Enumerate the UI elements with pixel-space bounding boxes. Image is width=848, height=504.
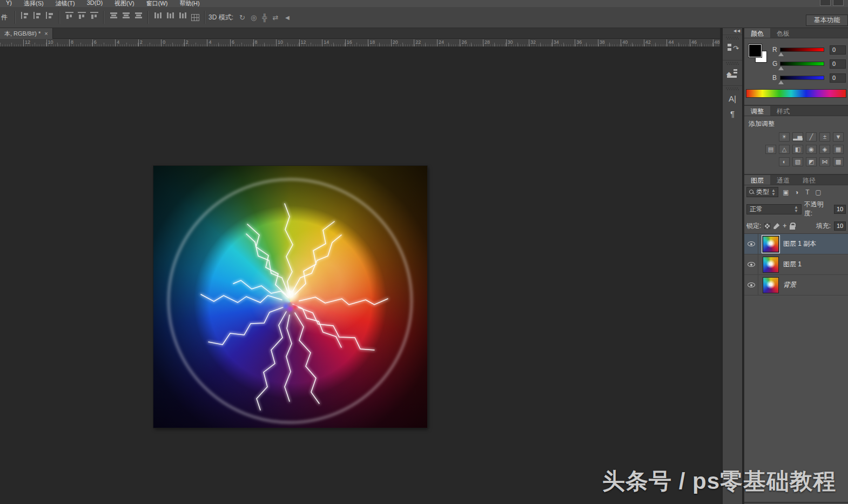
channel-slider-r[interactable] [780, 48, 824, 52]
filter-type-layers-icon[interactable]: T [803, 189, 812, 196]
3d-slide-icon[interactable]: ⇄ [272, 14, 278, 22]
channel-slider-b[interactable] [780, 76, 824, 80]
ruler-tick-label: 48 [713, 39, 720, 45]
lock-position-icon[interactable]: + [783, 223, 786, 229]
collapse-panels-icon[interactable]: ◄◄ [723, 28, 742, 35]
filter-adjustment-layers-icon[interactable]: ◑ [792, 189, 801, 196]
align-vertical-centers-icon[interactable] [78, 12, 86, 19]
menu-item[interactable]: 3D(D) [81, 0, 109, 8]
lock-transparency-icon[interactable] [764, 223, 770, 229]
history-panel-icon[interactable] [726, 42, 739, 55]
3d-drag-icon[interactable]: ╬ [262, 14, 267, 22]
fill-value[interactable]: 10 [834, 221, 846, 231]
align-top-edges-icon[interactable] [65, 12, 73, 19]
align-right-edges-icon[interactable] [46, 12, 54, 19]
align-bottom-edges-icon[interactable] [90, 12, 98, 19]
paragraph-panel-icon[interactable]: ¶ [726, 107, 739, 120]
curves-icon[interactable]: ╱ [806, 132, 817, 142]
panel-grip[interactable] [726, 37, 739, 39]
visibility-toggle[interactable] [744, 275, 758, 295]
slider-thumb-icon[interactable] [778, 52, 784, 56]
layer-row[interactable]: 背景 [744, 275, 848, 295]
layer-row[interactable]: 图层 1 [744, 254, 848, 275]
menu-item[interactable]: 窗口(W) [140, 0, 174, 8]
layers-panel-tab[interactable]: 通道 [770, 175, 796, 185]
auto-align-layers-icon[interactable] [191, 14, 199, 21]
adjustments-panel-tab[interactable]: 样式 [770, 106, 796, 116]
lock-all-icon[interactable] [790, 225, 795, 230]
channel-mixer-icon[interactable]: ◈ [819, 145, 830, 154]
document-tab[interactable]: 本, RGB/8#) * × [0, 28, 53, 39]
color-panel-tab[interactable]: 颜色 [744, 28, 770, 38]
blend-mode-select[interactable]: 正常 ▲▼ [746, 204, 802, 214]
visibility-toggle[interactable] [744, 234, 758, 254]
3d-properties-panel-icon[interactable] [726, 67, 739, 80]
color-panel-tab[interactable]: 色板 [770, 28, 796, 38]
menu-item[interactable]: 视图(V) [109, 0, 140, 8]
vibrance-icon[interactable]: ▼ [833, 132, 844, 142]
menu-item[interactable]: 帮助(H) [173, 0, 205, 8]
filter-pixel-layers-icon[interactable]: ▣ [782, 189, 790, 196]
black-white-icon[interactable]: ◧ [792, 145, 803, 154]
photo-filter-icon[interactable]: ◉ [806, 145, 817, 154]
3d-orbit-icon[interactable]: ↻ [239, 14, 245, 22]
channel-value-r[interactable]: 0 [830, 45, 846, 55]
exposure-icon[interactable]: ± [819, 132, 830, 142]
color-balance-icon[interactable]: △ [779, 145, 790, 154]
posterize-icon[interactable]: ▧ [792, 157, 803, 166]
slider-thumb-icon[interactable] [778, 80, 784, 84]
layers-panel-tab[interactable]: 图层 [744, 175, 770, 185]
workspace-button[interactable]: 基本功能 [806, 15, 848, 26]
distribute-right-icon[interactable] [179, 12, 187, 19]
threshold-icon[interactable]: ◩ [806, 157, 817, 166]
distribute-left-icon[interactable] [154, 12, 162, 19]
ruler-tick-label: 24 [437, 39, 444, 45]
filter-shape-layers-icon[interactable]: ▢ [814, 189, 823, 196]
invert-icon[interactable]: ◐ [779, 157, 790, 166]
layer-thumbnail[interactable] [763, 236, 779, 252]
brightness-contrast-icon[interactable]: ☀ [779, 132, 790, 142]
channel-value-b[interactable]: 0 [830, 73, 846, 83]
distribute-vertical-centers-icon[interactable] [122, 12, 130, 19]
levels-icon[interactable]: ▂▅▃ [792, 132, 803, 142]
layers-panel-tab[interactable]: 路径 [796, 175, 822, 185]
panel-grip[interactable] [726, 88, 739, 90]
distribute-horizontal-centers-icon[interactable] [166, 12, 174, 19]
layer-row[interactable]: 图层 1 副本 [744, 234, 848, 254]
panel-grip[interactable] [726, 62, 739, 65]
plasma-ball-artwork[interactable] [153, 166, 427, 428]
canvas-area[interactable] [0, 47, 720, 504]
foreground-color-swatch[interactable] [749, 44, 762, 57]
character-panel-icon[interactable]: A| [726, 92, 739, 105]
menu-item[interactable]: 选择(S) [18, 0, 50, 8]
color-spectrum-bar[interactable] [746, 89, 846, 98]
color-swatches [749, 44, 767, 63]
channel-value-g[interactable]: 0 [830, 59, 846, 69]
window-controls [820, 0, 844, 6]
hue-saturation-icon[interactable]: ▤ [765, 145, 776, 154]
restore-button[interactable] [833, 0, 844, 6]
gradient-map-icon[interactable]: ⋈ [819, 157, 830, 166]
opacity-value[interactable]: 10 [834, 205, 846, 214]
channel-slider-g[interactable] [780, 62, 824, 66]
3d-camera-icon[interactable]: ◄ [284, 14, 291, 22]
menu-item[interactable]: 滤镜(T) [50, 0, 81, 8]
close-tab-icon[interactable]: × [44, 30, 48, 37]
menu-item[interactable]: Y) [0, 0, 18, 8]
distribute-bottom-icon[interactable] [134, 12, 143, 19]
3d-roll-icon[interactable]: ◎ [251, 14, 257, 22]
align-horizontal-centers-icon[interactable] [33, 12, 42, 19]
selective-color-icon[interactable]: ▩ [833, 157, 844, 166]
visibility-toggle[interactable] [744, 254, 758, 274]
align-left-edges-icon[interactable] [21, 12, 29, 19]
distribute-top-icon[interactable] [110, 12, 118, 19]
ruler-tick-label: 4 [207, 39, 211, 45]
slider-thumb-icon[interactable] [778, 66, 784, 70]
filter-kind-select[interactable]: 类型 ▲▼ [746, 187, 778, 197]
lock-pixels-icon[interactable] [773, 223, 779, 229]
minimize-button[interactable] [820, 0, 831, 6]
adjustments-panel-tab[interactable]: 调整 [744, 106, 770, 116]
layer-thumbnail[interactable] [763, 277, 779, 293]
layer-thumbnail[interactable] [763, 257, 779, 273]
color-lookup-icon[interactable]: ▦ [833, 145, 844, 154]
